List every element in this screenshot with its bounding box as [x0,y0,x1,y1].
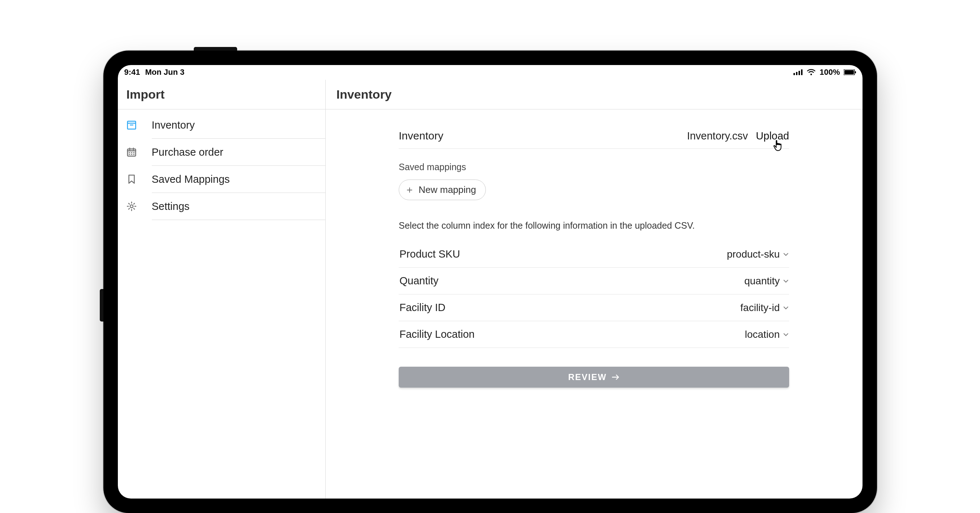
calendar-icon [124,147,139,157]
file-section-row: Inventory Inventory.csv Upload [399,125,789,149]
cursor-hand-icon [772,140,783,152]
sidebar-item-label: Inventory [152,119,318,131]
review-button[interactable]: REVIEW [399,367,789,388]
mapping-row-facility-id: Facility ID facility-id [399,294,789,321]
ipad-screen: 9:41 Mon Jun 3 100% Import [118,65,862,499]
battery-percent: 100% [819,68,840,77]
divider [152,220,325,220]
mapping-instruction: Select the column index for the followin… [399,221,789,231]
mapping-label: Product SKU [399,248,460,260]
svg-rect-0 [794,73,795,75]
saved-mappings-label: Saved mappings [399,162,789,172]
device-side-button [100,289,103,322]
svg-rect-8 [127,123,135,129]
sidebar-list: Inventory Purchase order S [118,110,325,220]
upload-button[interactable]: Upload [756,130,789,142]
sidebar-item-inventory[interactable]: Inventory [118,112,325,138]
mapping-row-facility-location: Facility Location location [399,321,789,348]
status-right: 100% [794,68,856,77]
status-date: Mon Jun 3 [145,68,185,77]
svg-rect-7 [855,71,856,73]
arrow-right-icon [612,374,620,380]
chevron-down-icon [783,333,788,336]
device-top-button [194,47,237,51]
battery-icon [844,69,856,75]
sidebar: Import Inventory Purchase order [118,80,326,499]
section-title: Inventory [399,130,443,142]
ipad-frame: 9:41 Mon Jun 3 100% Import [103,51,877,513]
chevron-down-icon [783,306,788,310]
status-bar: 9:41 Mon Jun 3 100% [118,65,862,79]
svg-point-4 [810,74,812,75]
file-name: Inventory.csv [687,130,748,142]
status-left: 9:41 Mon Jun 3 [124,68,185,77]
svg-point-11 [130,205,133,208]
sidebar-item-purchase-order[interactable]: Purchase order [118,139,325,165]
mapping-dropdown-product-sku[interactable]: product-sku [727,249,788,260]
main-header-title: Inventory [326,80,862,110]
content-area: Inventory Inventory.csv Upload Saved ma [399,110,789,388]
mapping-value: product-sku [727,249,780,260]
sidebar-title: Import [118,80,325,110]
mapping-dropdown-facility-id[interactable]: facility-id [740,302,788,314]
cellular-icon [794,69,803,75]
review-label: REVIEW [568,372,607,382]
sidebar-item-label: Purchase order [152,146,318,158]
svg-rect-2 [799,71,800,75]
wifi-icon [807,69,816,76]
file-upload-group: Inventory.csv Upload [687,130,789,142]
svg-rect-6 [845,70,854,75]
new-mapping-label: New mapping [418,184,476,195]
chevron-down-icon [783,253,788,256]
sidebar-item-label: Settings [152,200,318,213]
bookmark-icon [124,174,139,184]
mapping-value: facility-id [740,302,780,314]
mapping-label: Facility ID [399,302,445,314]
mapping-dropdown-facility-location[interactable]: location [745,329,788,340]
mapping-value: quantity [744,275,780,287]
app-root: Import Inventory Purchase order [118,79,862,499]
sidebar-item-settings[interactable]: Settings [118,193,325,220]
main-panel: Inventory Inventory Inventory.csv Upload [326,80,862,499]
plus-icon [406,186,414,194]
mapping-row-quantity: Quantity quantity [399,268,789,294]
svg-rect-1 [796,72,797,75]
chevron-down-icon [783,279,788,283]
sidebar-item-saved-mappings[interactable]: Saved Mappings [118,166,325,192]
gear-icon [124,201,139,212]
mapping-row-product-sku: Product SKU product-sku [399,241,789,268]
svg-rect-3 [801,69,802,75]
mapping-label: Facility Location [399,329,475,340]
box-icon [124,119,139,130]
mapping-dropdown-quantity[interactable]: quantity [744,275,788,287]
sidebar-item-label: Saved Mappings [152,173,318,185]
mapping-label: Quantity [399,275,439,287]
new-mapping-button[interactable]: New mapping [399,179,486,200]
status-time: 9:41 [124,68,140,77]
mapping-value: location [745,329,780,340]
